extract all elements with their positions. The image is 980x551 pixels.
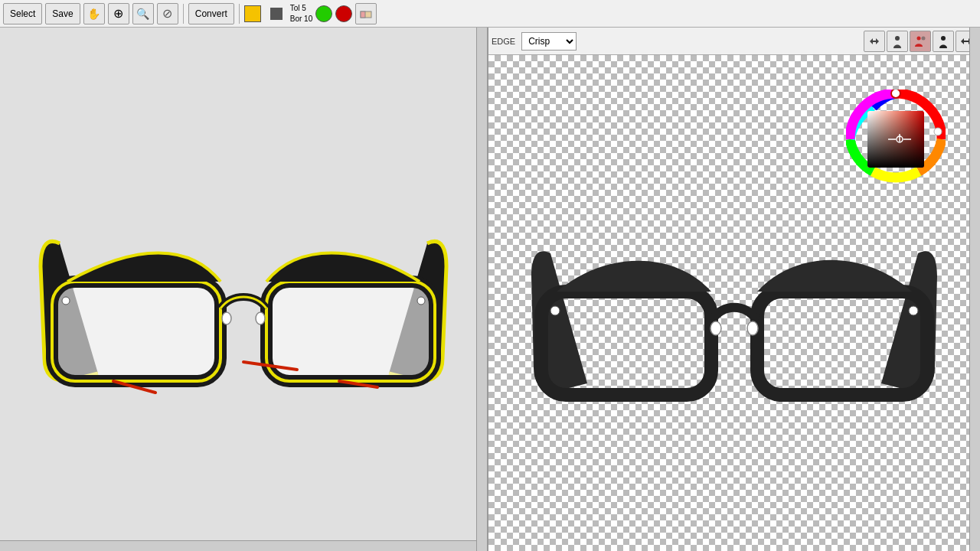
svg-point-21 [747,321,758,335]
main-area: EDGE Crisp Smooth None [0,28,980,551]
right-scrollbar-v[interactable] [969,28,980,551]
secondary-color-swatch-group [270,5,286,23]
select-label: Select [10,8,35,19]
save-button[interactable]: Save [45,3,80,24]
primary-color-swatch[interactable] [244,5,261,22]
bor-display: Bor 10 [290,14,312,24]
convert-button[interactable]: Convert [188,3,234,24]
glasses-right-image [528,177,941,429]
svg-point-8 [62,297,70,305]
person2-icon [913,34,927,48]
convert-label: Convert [195,8,227,19]
person1-icon [890,34,904,48]
person2-button[interactable] [910,31,931,52]
magnify-tool-button[interactable]: 🔍 [132,3,154,24]
svg-rect-1 [361,11,365,18]
select-button[interactable]: Select [3,3,42,24]
edge-label: EDGE [492,37,515,46]
no-entry-tool-button[interactable]: ⊘ [157,3,178,24]
eraser-icon [359,7,373,21]
magnify-icon: 🔍 [136,8,149,20]
arrows-lr-icon [867,34,881,48]
svg-point-16 [922,36,926,40]
svg-point-7 [256,312,265,324]
svg-point-33 [934,128,942,135]
main-toolbar: Select Save ✋ ⊕ 🔍 ⊘ Convert Tol 5 Bor 10 [0,0,980,28]
color-swatch-group [244,4,267,24]
svg-point-22 [550,306,560,315]
save-label: Save [52,8,73,19]
glasses-left-image [37,159,450,419]
person1-button[interactable] [887,31,908,52]
crosshair-tool-button[interactable]: ⊕ [108,3,129,24]
svg-point-17 [941,36,946,41]
right-panel: EDGE Crisp Smooth None [488,28,980,551]
red-color-indicator[interactable] [335,5,352,22]
left-scrollbar-h[interactable] [0,540,476,551]
eraser-button[interactable] [355,3,377,24]
secondary-color-swatch[interactable] [270,8,283,20]
person3-button[interactable] [933,31,954,52]
hand-tool-button[interactable]: ✋ [83,3,105,24]
right-icon-group [864,31,977,52]
arrows-lr-button[interactable] [864,31,885,52]
person3-icon [936,34,950,48]
left-scrollbar-v[interactable] [476,28,487,551]
svg-point-9 [417,297,425,305]
green-color-indicator[interactable] [315,5,332,22]
svg-rect-2 [52,282,220,381]
edge-select[interactable]: Crisp Smooth None [521,32,577,51]
svg-rect-4 [266,282,435,381]
hand-icon: ✋ [87,8,100,20]
left-panel [0,28,488,551]
tol-display: Tol 5 [290,3,312,14]
crosshair-icon: ⊕ [113,6,123,21]
svg-point-15 [917,36,921,40]
toolbar-separator-1 [183,4,184,24]
right-canvas[interactable] [488,55,980,551]
color-wheel-svg [846,90,946,189]
left-canvas[interactable] [0,28,487,551]
toolbar-separator-2 [239,4,240,24]
right-header: EDGE Crisp Smooth None [488,28,980,55]
no-entry-icon: ⊘ [162,6,172,21]
svg-point-23 [909,306,918,315]
svg-point-32 [891,90,900,98]
svg-point-20 [710,321,721,335]
tol-bor-display: Tol 5 Bor 10 [290,3,312,24]
svg-point-6 [222,312,231,324]
svg-point-14 [895,36,900,41]
color-wheel[interactable] [846,90,946,189]
